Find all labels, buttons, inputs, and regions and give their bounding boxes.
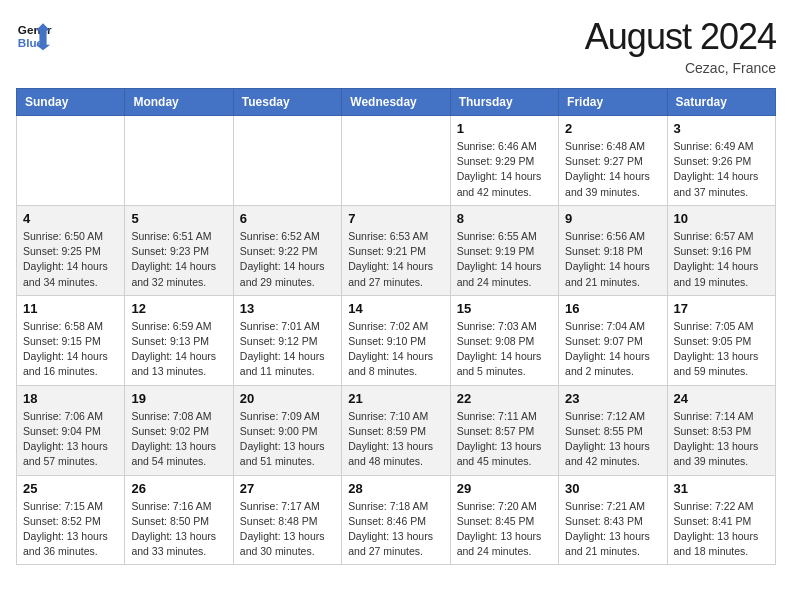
day-number: 8: [457, 211, 552, 226]
day-number: 18: [23, 391, 118, 406]
logo-icon: General Blue: [16, 16, 52, 52]
day-info: Sunrise: 6:46 AM Sunset: 9:29 PM Dayligh…: [457, 139, 552, 200]
day-info: Sunrise: 7:14 AM Sunset: 8:53 PM Dayligh…: [674, 409, 769, 470]
calendar-cell: 30Sunrise: 7:21 AM Sunset: 8:43 PM Dayli…: [559, 475, 667, 565]
day-info: Sunrise: 6:56 AM Sunset: 9:18 PM Dayligh…: [565, 229, 660, 290]
day-info: Sunrise: 6:55 AM Sunset: 9:19 PM Dayligh…: [457, 229, 552, 290]
day-number: 7: [348, 211, 443, 226]
day-info: Sunrise: 6:52 AM Sunset: 9:22 PM Dayligh…: [240, 229, 335, 290]
calendar-cell: 6Sunrise: 6:52 AM Sunset: 9:22 PM Daylig…: [233, 205, 341, 295]
day-number: 12: [131, 301, 226, 316]
day-number: 1: [457, 121, 552, 136]
calendar-cell: 11Sunrise: 6:58 AM Sunset: 9:15 PM Dayli…: [17, 295, 125, 385]
header-monday: Monday: [125, 89, 233, 116]
page-header: General Blue August 2024 Cezac, France: [16, 16, 776, 76]
day-info: Sunrise: 7:06 AM Sunset: 9:04 PM Dayligh…: [23, 409, 118, 470]
header-saturday: Saturday: [667, 89, 775, 116]
day-number: 4: [23, 211, 118, 226]
calendar-cell: 1Sunrise: 6:46 AM Sunset: 9:29 PM Daylig…: [450, 116, 558, 206]
day-info: Sunrise: 7:16 AM Sunset: 8:50 PM Dayligh…: [131, 499, 226, 560]
day-number: 2: [565, 121, 660, 136]
day-info: Sunrise: 7:01 AM Sunset: 9:12 PM Dayligh…: [240, 319, 335, 380]
location: Cezac, France: [585, 60, 776, 76]
week-row-1: 1Sunrise: 6:46 AM Sunset: 9:29 PM Daylig…: [17, 116, 776, 206]
day-info: Sunrise: 6:59 AM Sunset: 9:13 PM Dayligh…: [131, 319, 226, 380]
calendar-cell: 27Sunrise: 7:17 AM Sunset: 8:48 PM Dayli…: [233, 475, 341, 565]
day-info: Sunrise: 7:08 AM Sunset: 9:02 PM Dayligh…: [131, 409, 226, 470]
day-number: 16: [565, 301, 660, 316]
day-number: 24: [674, 391, 769, 406]
day-info: Sunrise: 7:21 AM Sunset: 8:43 PM Dayligh…: [565, 499, 660, 560]
calendar-cell: [17, 116, 125, 206]
day-info: Sunrise: 7:12 AM Sunset: 8:55 PM Dayligh…: [565, 409, 660, 470]
day-info: Sunrise: 6:51 AM Sunset: 9:23 PM Dayligh…: [131, 229, 226, 290]
day-info: Sunrise: 7:02 AM Sunset: 9:10 PM Dayligh…: [348, 319, 443, 380]
header-friday: Friday: [559, 89, 667, 116]
title-area: August 2024 Cezac, France: [585, 16, 776, 76]
day-number: 11: [23, 301, 118, 316]
calendar-cell: 10Sunrise: 6:57 AM Sunset: 9:16 PM Dayli…: [667, 205, 775, 295]
day-info: Sunrise: 7:09 AM Sunset: 9:00 PM Dayligh…: [240, 409, 335, 470]
calendar-cell: 24Sunrise: 7:14 AM Sunset: 8:53 PM Dayli…: [667, 385, 775, 475]
day-number: 28: [348, 481, 443, 496]
calendar-cell: 8Sunrise: 6:55 AM Sunset: 9:19 PM Daylig…: [450, 205, 558, 295]
day-number: 27: [240, 481, 335, 496]
day-info: Sunrise: 6:49 AM Sunset: 9:26 PM Dayligh…: [674, 139, 769, 200]
day-info: Sunrise: 7:03 AM Sunset: 9:08 PM Dayligh…: [457, 319, 552, 380]
calendar-cell: 3Sunrise: 6:49 AM Sunset: 9:26 PM Daylig…: [667, 116, 775, 206]
calendar-cell: [342, 116, 450, 206]
day-number: 9: [565, 211, 660, 226]
calendar-cell: 17Sunrise: 7:05 AM Sunset: 9:05 PM Dayli…: [667, 295, 775, 385]
day-info: Sunrise: 7:05 AM Sunset: 9:05 PM Dayligh…: [674, 319, 769, 380]
day-number: 30: [565, 481, 660, 496]
logo: General Blue: [16, 16, 52, 52]
day-number: 25: [23, 481, 118, 496]
month-title: August 2024: [585, 16, 776, 58]
day-number: 29: [457, 481, 552, 496]
day-number: 10: [674, 211, 769, 226]
week-row-2: 4Sunrise: 6:50 AM Sunset: 9:25 PM Daylig…: [17, 205, 776, 295]
day-info: Sunrise: 6:57 AM Sunset: 9:16 PM Dayligh…: [674, 229, 769, 290]
day-number: 6: [240, 211, 335, 226]
week-row-4: 18Sunrise: 7:06 AM Sunset: 9:04 PM Dayli…: [17, 385, 776, 475]
day-info: Sunrise: 7:15 AM Sunset: 8:52 PM Dayligh…: [23, 499, 118, 560]
calendar-cell: 2Sunrise: 6:48 AM Sunset: 9:27 PM Daylig…: [559, 116, 667, 206]
header-sunday: Sunday: [17, 89, 125, 116]
calendar-cell: 28Sunrise: 7:18 AM Sunset: 8:46 PM Dayli…: [342, 475, 450, 565]
day-info: Sunrise: 6:48 AM Sunset: 9:27 PM Dayligh…: [565, 139, 660, 200]
calendar-cell: 13Sunrise: 7:01 AM Sunset: 9:12 PM Dayli…: [233, 295, 341, 385]
calendar-cell: 31Sunrise: 7:22 AM Sunset: 8:41 PM Dayli…: [667, 475, 775, 565]
day-number: 14: [348, 301, 443, 316]
calendar-cell: 15Sunrise: 7:03 AM Sunset: 9:08 PM Dayli…: [450, 295, 558, 385]
day-number: 17: [674, 301, 769, 316]
calendar-cell: 9Sunrise: 6:56 AM Sunset: 9:18 PM Daylig…: [559, 205, 667, 295]
calendar-table: SundayMondayTuesdayWednesdayThursdayFrid…: [16, 88, 776, 565]
calendar-cell: 25Sunrise: 7:15 AM Sunset: 8:52 PM Dayli…: [17, 475, 125, 565]
calendar-cell: [125, 116, 233, 206]
header-wednesday: Wednesday: [342, 89, 450, 116]
calendar-cell: 16Sunrise: 7:04 AM Sunset: 9:07 PM Dayli…: [559, 295, 667, 385]
day-number: 3: [674, 121, 769, 136]
calendar-cell: 4Sunrise: 6:50 AM Sunset: 9:25 PM Daylig…: [17, 205, 125, 295]
calendar-cell: 20Sunrise: 7:09 AM Sunset: 9:00 PM Dayli…: [233, 385, 341, 475]
calendar-cell: 5Sunrise: 6:51 AM Sunset: 9:23 PM Daylig…: [125, 205, 233, 295]
calendar-cell: 26Sunrise: 7:16 AM Sunset: 8:50 PM Dayli…: [125, 475, 233, 565]
day-info: Sunrise: 6:58 AM Sunset: 9:15 PM Dayligh…: [23, 319, 118, 380]
day-info: Sunrise: 7:17 AM Sunset: 8:48 PM Dayligh…: [240, 499, 335, 560]
calendar-cell: 29Sunrise: 7:20 AM Sunset: 8:45 PM Dayli…: [450, 475, 558, 565]
calendar-cell: 19Sunrise: 7:08 AM Sunset: 9:02 PM Dayli…: [125, 385, 233, 475]
day-info: Sunrise: 7:22 AM Sunset: 8:41 PM Dayligh…: [674, 499, 769, 560]
calendar-cell: 7Sunrise: 6:53 AM Sunset: 9:21 PM Daylig…: [342, 205, 450, 295]
day-number: 23: [565, 391, 660, 406]
week-row-5: 25Sunrise: 7:15 AM Sunset: 8:52 PM Dayli…: [17, 475, 776, 565]
calendar-header-row: SundayMondayTuesdayWednesdayThursdayFrid…: [17, 89, 776, 116]
day-number: 22: [457, 391, 552, 406]
calendar-cell: 14Sunrise: 7:02 AM Sunset: 9:10 PM Dayli…: [342, 295, 450, 385]
day-number: 20: [240, 391, 335, 406]
calendar-cell: 18Sunrise: 7:06 AM Sunset: 9:04 PM Dayli…: [17, 385, 125, 475]
calendar-cell: 12Sunrise: 6:59 AM Sunset: 9:13 PM Dayli…: [125, 295, 233, 385]
day-number: 15: [457, 301, 552, 316]
calendar-cell: 22Sunrise: 7:11 AM Sunset: 8:57 PM Dayli…: [450, 385, 558, 475]
week-row-3: 11Sunrise: 6:58 AM Sunset: 9:15 PM Dayli…: [17, 295, 776, 385]
calendar-cell: [233, 116, 341, 206]
